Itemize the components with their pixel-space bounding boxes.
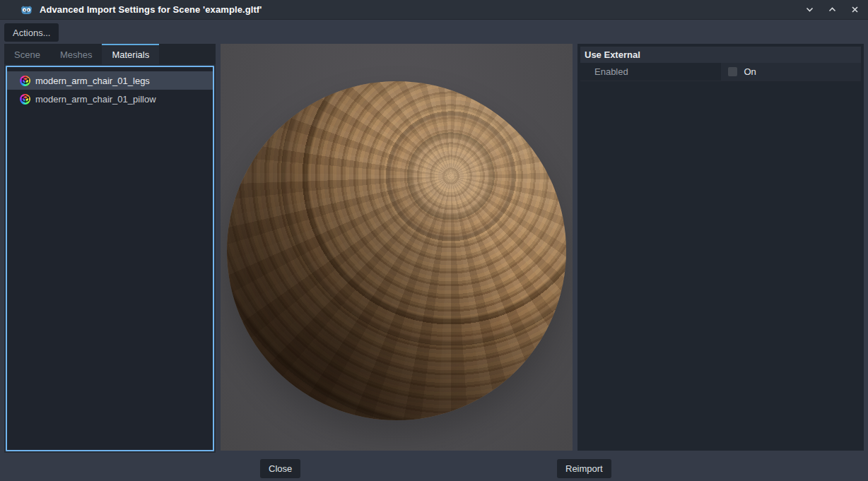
tab-materials[interactable]: Materials xyxy=(102,44,159,64)
property-label: Enabled xyxy=(580,63,721,81)
material-sphere-icon xyxy=(20,94,30,105)
inspector-panel: Use External Enabled On xyxy=(577,44,864,451)
materials-list: modern_arm_chair_01_legs modern_arm_chai… xyxy=(6,66,214,451)
property-value-cell[interactable]: On xyxy=(721,63,862,81)
list-item-material-pillow[interactable]: modern_arm_chair_01_pillow xyxy=(7,90,213,108)
inspector-section-use-external: Use External xyxy=(580,47,861,63)
godot-icon xyxy=(20,4,34,16)
tab-scene[interactable]: Scene xyxy=(4,44,50,64)
materials-panel: modern_arm_chair_01_legs modern_arm_chai… xyxy=(4,64,216,453)
preview-sphere-wood-material xyxy=(227,81,566,420)
reimport-button[interactable]: Reimport xyxy=(557,459,611,478)
material-preview-viewport[interactable] xyxy=(221,44,573,451)
close-window-icon[interactable] xyxy=(847,2,862,18)
list-item-material-legs[interactable]: modern_arm_chair_01_legs xyxy=(7,71,213,90)
list-item-label: modern_arm_chair_01_pillow xyxy=(35,94,156,105)
tabbar: Scene Meshes Materials xyxy=(4,44,216,64)
material-sphere-icon xyxy=(20,76,30,86)
advanced-import-settings-dialog: Advanced Import Settings for Scene 'exam… xyxy=(0,0,868,481)
checkbox-state-label: On xyxy=(744,66,756,77)
enabled-checkbox[interactable] xyxy=(728,67,737,76)
property-row-enabled: Enabled On xyxy=(580,63,861,81)
close-button[interactable]: Close xyxy=(260,459,300,478)
actions-menu-button[interactable]: Actions... xyxy=(4,23,59,42)
titlebar: Advanced Import Settings for Scene 'exam… xyxy=(0,0,868,20)
window-controls xyxy=(802,2,862,18)
minimize-icon[interactable] xyxy=(802,2,817,18)
window-title: Advanced Import Settings for Scene 'exam… xyxy=(40,4,262,15)
list-item-label: modern_arm_chair_01_legs xyxy=(35,76,150,86)
maximize-icon[interactable] xyxy=(824,2,840,18)
tab-meshes[interactable]: Meshes xyxy=(50,44,102,64)
